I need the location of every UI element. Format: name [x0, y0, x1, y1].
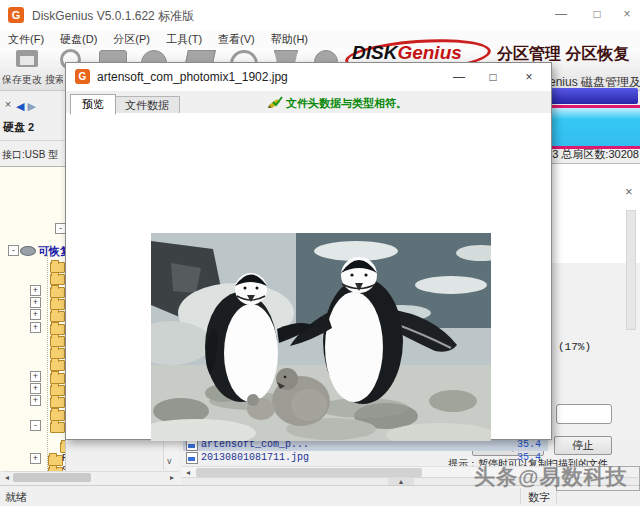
folder-icon [50, 287, 65, 298]
nav-forward-icon[interactable]: ▶ [28, 100, 36, 112]
nav-arrows: ◀ ▶ [16, 100, 36, 113]
disk-bar[interactable] [547, 88, 638, 104]
interface-label: 接口:USB 型 [2, 148, 65, 162]
search-button-label[interactable]: 搜索 [45, 73, 63, 87]
close-button[interactable]: × [614, 3, 640, 25]
tree-vscrollbar[interactable]: ∨ [163, 438, 178, 470]
tab-preview[interactable]: 预览 [70, 94, 116, 115]
disk-name-label[interactable]: 硬盘 2 [3, 120, 34, 135]
dialog-titlebar: G artensoft_com_photomix1_1902.jpg — □ × [66, 63, 551, 92]
folder-icon [48, 455, 63, 466]
scroll-thumb[interactable] [13, 473, 91, 482]
folder-tree: - - 可恢复的文件 +++++++- travel+PicturesSongs [0, 166, 66, 471]
preview-dialog: G artensoft_com_photomix1_1902.jpg — □ ×… [65, 62, 552, 440]
menu-disk[interactable]: 硬盘(D) [60, 32, 97, 47]
menu-help[interactable]: 帮助(H) [271, 32, 308, 47]
file-size: 35.4 [517, 452, 541, 463]
scroll-right-icon[interactable]: ▸ [167, 473, 177, 482]
dialog-app-icon: G [75, 69, 90, 84]
panel-scrollbar[interactable] [626, 210, 636, 330]
tree-expand-icon[interactable]: + [30, 285, 41, 296]
image-file-icon [186, 452, 198, 464]
maximize-button[interactable]: □ [584, 3, 610, 25]
preview-image-penguins [151, 233, 491, 441]
minimize-button[interactable]: — [548, 3, 574, 25]
pencil-check-icon [268, 96, 283, 108]
dialog-maximize-button[interactable]: □ [480, 67, 506, 87]
dialog-preview-area [66, 113, 551, 439]
header-match-text: 文件头数据与类型相符。 [286, 97, 407, 109]
main-titlebar: G DiskGenius V5.0.1.622 标准版 — □ × [0, 0, 640, 31]
tree-item-label: Pictures [62, 453, 66, 464]
tree-guide-line [47, 255, 48, 471]
folder-icon [50, 311, 65, 322]
tree-collapse-icon[interactable]: - [30, 420, 41, 431]
scroll-left-icon[interactable]: ◂ [183, 468, 193, 477]
scroll-thumb[interactable] [196, 468, 422, 477]
folder-icon [50, 397, 65, 408]
menu-partition[interactable]: 分区(P) [113, 32, 150, 47]
tree-expand-icon[interactable]: + [30, 322, 41, 333]
tree-expand-icon[interactable]: + [30, 371, 41, 382]
diskgenius-window: G DiskGenius V5.0.1.622 标准版 — □ × 文件(F) … [0, 0, 640, 506]
stop-button[interactable]: 停止 [554, 436, 612, 455]
dialog-tabstrip: 预览 文件数据 文件头数据与类型相符。 [66, 91, 551, 114]
save-icon[interactable] [16, 50, 38, 67]
status-ready: 就绪 [5, 490, 27, 505]
folder-icon [50, 422, 65, 433]
header-match-status: 文件头数据与类型相符。 [268, 96, 407, 111]
folder-icon [50, 324, 65, 335]
folder-icon [50, 274, 65, 285]
brand-right: Genius [397, 42, 461, 63]
window-title: DiskGenius V5.0.1.622 标准版 [32, 8, 194, 25]
panel-close-icon[interactable]: × [2, 98, 14, 110]
brand-left: DISK [352, 42, 397, 63]
watermark-text: 头条@易数科技 [474, 463, 627, 491]
dialog-title: artensoft_com_photomix1_1902.jpg [97, 70, 288, 84]
file-size: 35.4 [517, 439, 541, 450]
tree-collapse-icon[interactable]: - [8, 245, 19, 256]
save-button-label[interactable]: 保存更改 [2, 73, 44, 87]
tree-expand-icon[interactable]: + [30, 395, 41, 406]
dialog-close-button[interactable]: × [516, 67, 542, 87]
divider [0, 140, 65, 141]
sector-count-label: :63 总扇区数:30208 [543, 147, 640, 162]
dialog-minimize-button[interactable]: — [446, 67, 472, 87]
scan-input-field[interactable] [556, 404, 612, 424]
app-logo-icon: G [8, 7, 24, 23]
tree-expand-icon[interactable]: + [30, 453, 41, 464]
menu-tools[interactable]: 工具(T) [166, 32, 202, 47]
tree-root-label[interactable]: 可恢复的文件 [38, 244, 66, 259]
tree-expand-icon[interactable]: + [30, 309, 41, 320]
scroll-left-icon[interactable]: ◂ [2, 473, 12, 482]
folder-icon [60, 442, 66, 453]
folder-icon [50, 410, 65, 421]
tab-file-data[interactable]: 文件数据 [114, 96, 180, 114]
nav-back-icon[interactable]: ◀ [16, 100, 24, 112]
close-icon[interactable]: × [625, 184, 633, 199]
disk-icon [20, 246, 36, 256]
file-name: 20130801081711.jpg [201, 452, 309, 463]
scan-progress-label: (17%) [558, 341, 591, 353]
menu-file[interactable]: 文件(F) [8, 32, 44, 47]
tree-expand-icon[interactable]: + [30, 297, 41, 308]
brand-logo: DISKGenius [352, 42, 462, 64]
selected-partition-bar[interactable] [547, 105, 640, 149]
chevron-down-icon[interactable]: ∨ [166, 456, 173, 466]
folder-icon [50, 360, 65, 371]
tree-expand-icon[interactable]: + [30, 383, 41, 394]
status-mode: 数字 [528, 490, 550, 505]
menu-view[interactable]: 查看(V) [218, 32, 255, 47]
tree-hscrollbar[interactable]: ◂ ▸ [1, 471, 179, 483]
